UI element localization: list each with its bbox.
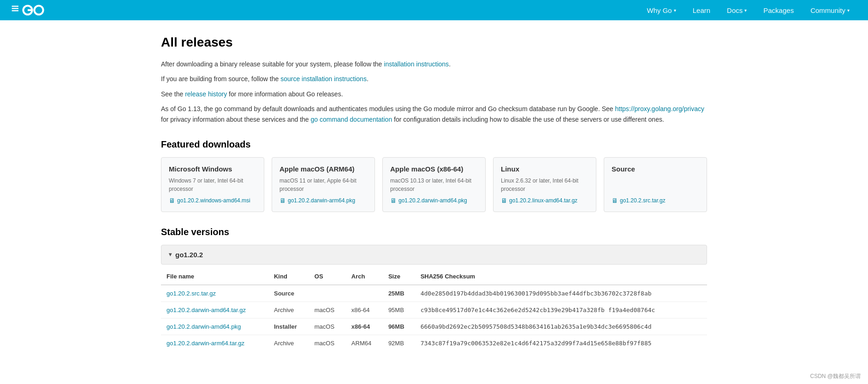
featured-card-4: Source 🖥 go1.20.2.src.tar.gz [604,157,707,212]
filename-link-2[interactable]: go1.20.2.darwin-amd64.pkg [166,323,241,330]
row-arch-0 [346,285,383,302]
intro-paragraph-1: After downloading a binary release suita… [161,59,707,69]
row-os-2: macOS [309,318,346,335]
svg-rect-2 [12,10,18,11]
svg-rect-0 [12,6,18,6]
version-toggle[interactable]: ▾ go1.20.2 [161,245,707,265]
featured-downloads-grid: Microsoft Windows Windows 7 or later, In… [161,157,707,212]
docs-caret: ▾ [744,8,747,13]
col-header-5: SHA256 Checksum [415,268,707,285]
table-row: go1.20.2.darwin-arm64.tar.gzArchivemacOS… [161,335,707,351]
table-row: go1.20.2.darwin-amd64.pkgInstallermacOSx… [161,318,707,335]
featured-card-3: Linux Linux 2.6.32 or later, Intel 64-bi… [493,157,596,212]
col-header-0: File name [161,268,268,285]
row-kind-0: Source [268,285,309,302]
nav-packages[interactable]: Packages [756,0,801,20]
row-os-0 [309,285,346,302]
row-kind-1: Archive [268,301,309,318]
nav-why-go[interactable]: Why Go ▾ [640,0,684,20]
feat-card-title-0: Microsoft Windows [169,165,256,173]
proxy-privacy-link[interactable]: https://proxy.golang.org/privacy [615,105,704,112]
feat-card-link-1[interactable]: 🖥 go1.20.2.darwin-arm64.pkg [279,197,367,204]
row-size-0: 25MB [383,285,415,302]
stable-versions-section: ▾ go1.20.2 File nameKindOSArchSizeSHA256… [161,245,707,351]
table-header-row: File nameKindOSArchSizeSHA256 Checksum [161,268,707,285]
row-checksum-2: 6660a9bd2692ec2b50957508d5348b8634161ab2… [415,318,707,335]
col-header-1: Kind [268,268,309,285]
row-size-2: 96MB [383,318,415,335]
download-icon-0: 🖥 [169,197,175,204]
download-icon-1: 🖥 [279,197,286,204]
row-os-3: macOS [309,335,346,351]
row-checksum-0: 4d0e2850d197b4ddad3b4b0196300179d095bb3a… [415,285,707,302]
download-icon-3: 🖥 [501,197,507,204]
intro-paragraph-2: If you are building from source, follow … [161,74,707,84]
col-header-2: OS [309,268,346,285]
feat-card-desc-2: macOS 10.13 or later, Intel 64-bit proce… [390,177,478,193]
row-arch-1: x86-64 [346,301,383,318]
intro-paragraph-3: See the release history for more informa… [161,89,707,99]
row-size-3: 92MB [383,335,415,351]
feat-card-title-4: Source [612,165,699,173]
feat-card-link-4[interactable]: 🖥 go1.20.2.src.tar.gz [612,197,699,204]
featured-card-0: Microsoft Windows Windows 7 or later, In… [161,157,264,212]
feat-card-link-2[interactable]: 🖥 go1.20.2.darwin-amd64.pkg [390,197,478,204]
table-body: go1.20.2.src.tar.gzSource25MB4d0e2850d19… [161,285,707,351]
row-os-1: macOS [309,301,346,318]
feat-card-title-2: Apple macOS (x86-64) [390,165,478,173]
nav-learn[interactable]: Learn [685,0,718,20]
row-checksum-3: 7343c87f19a79c0063532e82e1c4d6f42175a32d… [415,335,707,351]
nav-links: Why Go ▾ Learn Docs ▾ Packages Community… [640,0,857,20]
community-caret: ▾ [847,8,850,13]
filename-link-1[interactable]: go1.20.2.darwin-amd64.tar.gz [166,307,246,313]
feat-card-desc-4 [612,177,699,193]
download-icon-2: 🖥 [390,197,397,204]
col-header-3: Arch [346,268,383,285]
page-title: All releases [161,35,707,50]
navigation: Why Go ▾ Learn Docs ▾ Packages Community… [0,0,868,20]
site-logo[interactable] [11,3,48,18]
row-arch-2: x86-64 [346,318,383,335]
version-arrow: ▾ [169,251,172,258]
feat-card-link-3[interactable]: 🖥 go1.20.2.linux-amd64.tar.gz [501,197,589,204]
svg-point-5 [34,6,43,14]
featured-downloads-title: Featured downloads [161,139,707,150]
feat-card-title-3: Linux [501,165,589,173]
main-content: All releases After downloading a binary … [139,20,729,373]
table-row: go1.20.2.src.tar.gzSource25MB4d0e2850d19… [161,285,707,302]
featured-card-2: Apple macOS (x86-64) macOS 10.13 or late… [382,157,486,212]
version-label: go1.20.2 [175,251,203,259]
table-header: File nameKindOSArchSizeSHA256 Checksum [161,268,707,285]
nav-community[interactable]: Community ▾ [803,0,857,20]
filename-link-3[interactable]: go1.20.2.darwin-arm64.tar.gz [166,340,244,347]
feat-card-desc-3: Linux 2.6.32 or later, Intel 64-bit proc… [501,177,589,193]
filename-link-0[interactable]: go1.20.2.src.tar.gz [166,290,216,297]
row-filename-3: go1.20.2.darwin-arm64.tar.gz [161,335,268,351]
nav-docs[interactable]: Docs ▾ [719,0,754,20]
why-go-caret: ▾ [674,8,676,13]
col-header-4: Size [383,268,415,285]
release-table: File nameKindOSArchSizeSHA256 Checksum g… [161,268,707,351]
feat-card-link-0[interactable]: 🖥 go1.20.2.windows-amd64.msi [169,197,256,204]
svg-rect-1 [12,8,18,9]
table-row: go1.20.2.darwin-amd64.tar.gzArchivemacOS… [161,301,707,318]
installation-instructions-link[interactable]: installation instructions [384,60,449,68]
feat-card-desc-0: Windows 7 or later, Intel 64-bit process… [169,177,256,193]
row-filename-2: go1.20.2.darwin-amd64.pkg [161,318,268,335]
go-command-doc-link[interactable]: go command documentation [311,116,392,123]
row-filename-0: go1.20.2.src.tar.gz [161,285,268,302]
row-arch-3: ARM64 [346,335,383,351]
intro-paragraph-4: As of Go 1.13, the go command by default… [161,104,707,124]
featured-card-1: Apple macOS (ARM64) macOS 11 or later, A… [272,157,375,212]
release-history-link[interactable]: release history [185,90,227,98]
stable-versions-title: Stable versions [161,227,707,237]
feat-card-title-1: Apple macOS (ARM64) [279,165,367,173]
watermark: CSDN @魏都吴所谓 [810,372,861,373]
download-icon-4: 🖥 [612,197,618,204]
source-installation-link[interactable]: source installation instructions [280,75,367,83]
row-checksum-1: c93b8ce49517d07e1c44c362e6e2d5242cb139e2… [415,301,707,318]
row-filename-1: go1.20.2.darwin-amd64.tar.gz [161,301,268,318]
row-kind-3: Archive [268,335,309,351]
row-size-1: 95MB [383,301,415,318]
row-kind-2: Installer [268,318,309,335]
